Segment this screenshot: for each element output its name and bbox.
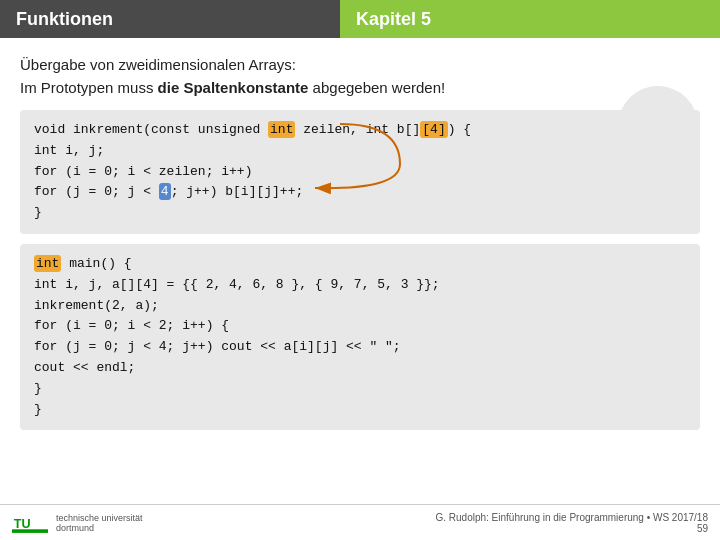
title-kapitel: Kapitel 5 <box>356 9 431 30</box>
code-line-2: int i, j; <box>34 141 686 162</box>
svg-rect-3 <box>12 529 48 533</box>
title-funktionen: Funktionen <box>16 9 113 30</box>
header-title-left: Funktionen <box>0 0 340 38</box>
code2-line-2: int i, j, a[][4] = {{ 2, 4, 6, 8 }, { 9,… <box>34 275 686 296</box>
footer: TU technische universität dortmund G. Ru… <box>0 504 720 540</box>
desc-end: abgegeben werden! <box>308 79 445 96</box>
uni-name-line2: dortmund <box>56 523 143 533</box>
header-title-right: Kapitel 5 <box>340 0 720 38</box>
code2-line-7: } <box>34 379 686 400</box>
uni-name-line1: technische universität <box>56 513 143 523</box>
svg-text:TU: TU <box>14 516 31 530</box>
subtitle-text: Übergabe von zweidimensionalen Arrays: <box>20 56 296 73</box>
code-line-1: void inkrement(const unsigned int zeilen… <box>34 120 686 141</box>
footer-course-text: G. Rudolph: Einführung in die Programmie… <box>435 512 708 523</box>
code2-line-4: for (i = 0; i < 2; i++) { <box>34 316 686 337</box>
subtitle: Übergabe von zweidimensionalen Arrays: <box>20 56 700 73</box>
header: Funktionen Kapitel 5 <box>0 0 720 38</box>
description: Im Prototypen muss die Spaltenkonstante … <box>20 79 700 96</box>
footer-right: G. Rudolph: Einführung in die Programmie… <box>435 512 708 534</box>
code-block-1: void inkrement(const unsigned int zeilen… <box>20 110 700 234</box>
code2-line-5: for (j = 0; j < 4; j++) cout << a[i][j] … <box>34 337 686 358</box>
code-line-4: for (j = 0; j < 4; j++) b[i][j]++; <box>34 182 686 203</box>
code2-line-3: inkrement(2, a); <box>34 296 686 317</box>
footer-page-number: 59 <box>435 523 708 534</box>
desc-plain: Im Prototypen muss <box>20 79 158 96</box>
code-line-5: } <box>34 203 686 224</box>
main-content: Warum? Übergabe von zweidimensionalen Ar… <box>0 38 720 450</box>
code2-line-8: } <box>34 400 686 421</box>
tu-logo-icon: TU <box>12 509 48 537</box>
footer-university: technische universität dortmund <box>56 513 143 533</box>
desc-bold: die Spaltenkonstante <box>158 79 309 96</box>
footer-left: TU technische universität dortmund <box>12 509 143 537</box>
code-line-3: for (i = 0; i < zeilen; i++) <box>34 162 686 183</box>
code2-line-6: cout << endl; <box>34 358 686 379</box>
code-block-2: int main() { int i, j, a[][4] = {{ 2, 4,… <box>20 244 700 430</box>
code2-line-1: int main() { <box>34 254 686 275</box>
